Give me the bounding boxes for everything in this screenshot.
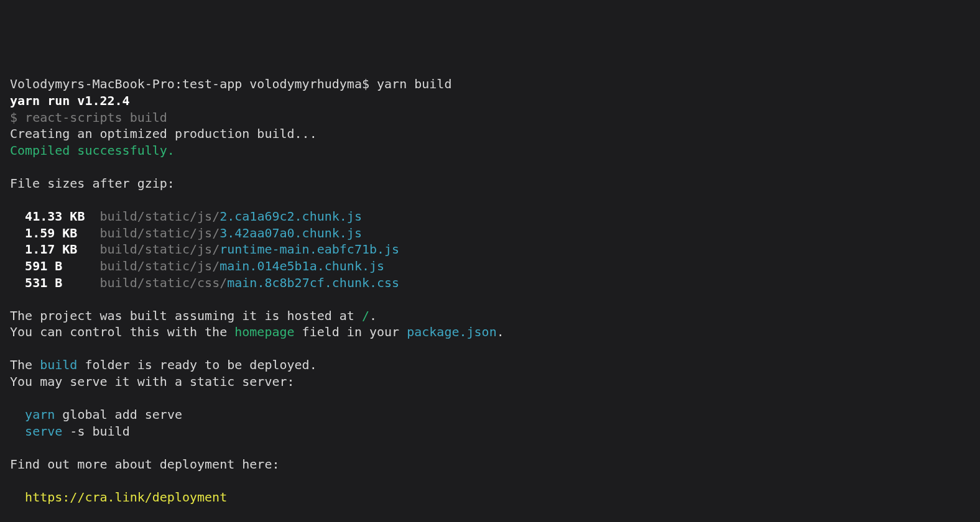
text: . <box>369 308 377 323</box>
text: . <box>497 324 504 339</box>
prompt-line-1: Volodymyrs-MacBook-Pro:test-app volodymy… <box>10 76 970 93</box>
serve-cmd: serve <box>25 424 62 439</box>
sizes-header: File sizes after gzip: <box>10 175 970 192</box>
file-name: runtime-main.eabfc71b.js <box>220 242 399 257</box>
hosted-line-1: The project was built assuming it is hos… <box>10 308 970 324</box>
compiled-line: Compiled successfully. <box>10 142 970 159</box>
serve-cmd-1: yarn global add serve <box>10 406 970 423</box>
serve-cmd-2: serve -s build <box>10 423 970 440</box>
text: You can control this with the <box>10 324 234 339</box>
deploy-url: https://cra.link/deployment <box>25 490 227 505</box>
root-path: / <box>362 308 369 323</box>
blank-line <box>10 158 970 175</box>
text: global add serve <box>55 407 182 422</box>
file-size: 591 B <box>25 259 99 273</box>
file-name: 2.ca1a69c2.chunk.js <box>220 209 362 224</box>
file-name: main.8c8b27cf.chunk.css <box>227 275 399 290</box>
file-name: main.014e5b1a.chunk.js <box>220 259 384 273</box>
text: field in your <box>295 324 407 339</box>
blank-line <box>10 473 970 490</box>
file-size: 531 B <box>25 275 99 290</box>
prompt-host: Volodymyrs-MacBook-Pro:test-app volodymy… <box>10 76 377 91</box>
file-row: 1.59 KB build/static/js/3.42aa07a0.chunk… <box>10 225 970 242</box>
build-folder: build <box>40 357 77 372</box>
file-size: 41.33 KB <box>25 209 99 224</box>
file-dir: build/static/js/ <box>100 209 220 224</box>
file-dir: build/static/js/ <box>100 242 220 257</box>
file-size: 1.17 KB <box>25 242 99 257</box>
blank-line <box>10 506 970 522</box>
file-name: 3.42aa07a0.chunk.js <box>220 226 362 240</box>
text: The project was built assuming it is hos… <box>10 308 362 323</box>
blank-line <box>10 291 970 308</box>
homepage-field: homepage <box>234 324 294 339</box>
deploy-more: Find out more about deployment here: <box>10 456 970 473</box>
creating-line: Creating an optimized production build..… <box>10 126 970 142</box>
command-text: yarn build <box>377 76 451 91</box>
file-dir: build/static/css/ <box>100 275 228 290</box>
file-list: 41.33 KB build/static/js/2.ca1a69c2.chun… <box>10 208 970 291</box>
blank-line <box>10 390 970 407</box>
ready-line-1: The build folder is ready to be deployed… <box>10 357 970 373</box>
file-row: 531 B build/static/css/main.8c8b27cf.chu… <box>10 275 970 291</box>
yarn-cmd: yarn <box>25 407 55 422</box>
yarn-run-line: yarn run v1.22.4 <box>10 93 970 109</box>
ready-line-2: You may serve it with a static server: <box>10 373 970 390</box>
file-row: 1.17 KB build/static/js/runtime-main.eab… <box>10 241 970 258</box>
package-json: package.json <box>407 324 497 339</box>
file-size: 1.59 KB <box>25 226 99 240</box>
blank-line <box>10 439 970 456</box>
text: folder is ready to be deployed. <box>77 357 317 372</box>
script-cmd: react-scripts build <box>25 110 167 125</box>
script-line: $ react-scripts build <box>10 109 970 126</box>
terminal-output[interactable]: Volodymyrs-MacBook-Pro:test-app volodymy… <box>10 76 970 522</box>
blank-line <box>10 341 970 357</box>
file-row: 591 B build/static/js/main.014e5b1a.chun… <box>10 258 970 275</box>
hosted-line-2: You can control this with the homepage f… <box>10 324 970 341</box>
text: The <box>10 357 40 372</box>
blank-line <box>10 192 970 209</box>
file-row: 41.33 KB build/static/js/2.ca1a69c2.chun… <box>10 208 970 225</box>
file-dir: build/static/js/ <box>100 259 220 273</box>
dollar-prefix: $ <box>10 110 25 125</box>
deploy-url-line: https://cra.link/deployment <box>10 489 970 506</box>
text: -s build <box>62 424 129 439</box>
file-dir: build/static/js/ <box>100 226 220 240</box>
